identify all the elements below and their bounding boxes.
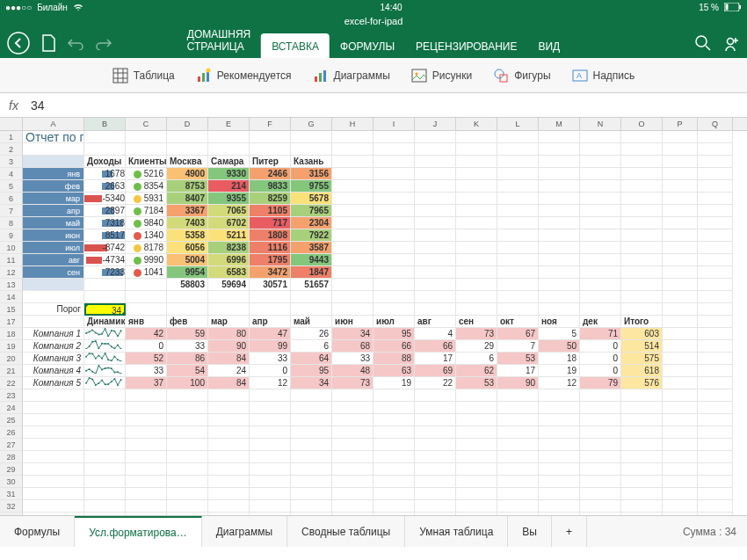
cell[interactable] [84, 131, 126, 143]
cell[interactable] [456, 291, 497, 303]
total-cell[interactable]: 59694 [208, 279, 250, 291]
cell[interactable] [539, 168, 580, 180]
cell[interactable] [167, 414, 208, 426]
cell[interactable] [415, 193, 456, 205]
company-name[interactable]: Компания 1 [23, 328, 84, 340]
cell[interactable] [332, 414, 374, 426]
cell[interactable] [621, 463, 663, 476]
dyn-cell[interactable]: 4 [415, 328, 456, 340]
cell[interactable] [23, 500, 84, 513]
back-button[interactable] [7, 32, 30, 55]
cell[interactable] [415, 291, 456, 303]
cell[interactable] [23, 463, 84, 476]
cell[interactable] [580, 451, 621, 463]
cell[interactable] [291, 488, 332, 500]
cell[interactable] [580, 476, 621, 488]
cell[interactable] [291, 131, 332, 143]
cell[interactable] [698, 168, 733, 180]
cell[interactable] [332, 488, 374, 500]
cell[interactable] [332, 168, 374, 180]
month-label[interactable]: фев [23, 180, 84, 193]
clients-cell[interactable]: 8354 [126, 180, 167, 193]
cell[interactable] [332, 242, 374, 254]
cell[interactable] [291, 303, 332, 316]
cell[interactable] [698, 193, 733, 205]
cell[interactable] [415, 402, 456, 414]
dyn-month-hdr[interactable]: окт [497, 316, 539, 328]
dyn-cell[interactable]: 26 [291, 328, 332, 340]
clients-cell[interactable]: 8178 [126, 242, 167, 254]
cell[interactable] [374, 143, 415, 156]
col-A[interactable]: A [23, 118, 84, 130]
dyn-cell[interactable]: 95 [291, 365, 332, 377]
cell[interactable] [23, 439, 84, 451]
cell[interactable] [456, 513, 497, 515]
income-cell[interactable]: 2663 [84, 180, 126, 193]
cell[interactable] [539, 229, 580, 242]
clients-cell[interactable]: 5216 [126, 168, 167, 180]
cell[interactable] [208, 451, 250, 463]
cell[interactable] [497, 266, 539, 279]
cell[interactable] [698, 377, 733, 389]
total-cell[interactable]: 30571 [250, 279, 291, 291]
income-cell[interactable]: -5340 [84, 193, 126, 205]
cell[interactable] [663, 451, 698, 463]
tab-insert[interactable]: ВСТАВКА [261, 33, 330, 58]
col-E[interactable]: E [208, 118, 250, 130]
cell[interactable] [126, 488, 167, 500]
dyn-total-hdr[interactable]: Итого [621, 316, 663, 328]
clients-cell[interactable]: 9840 [126, 217, 167, 229]
cell[interactable] [621, 488, 663, 500]
row-num[interactable]: 31 [0, 488, 23, 500]
dyn-cell[interactable]: 19 [539, 365, 580, 377]
cell[interactable] [84, 291, 126, 303]
cell[interactable] [456, 168, 497, 180]
cell[interactable] [580, 303, 621, 316]
cell[interactable] [167, 389, 208, 402]
cell[interactable] [126, 500, 167, 513]
cell[interactable] [497, 180, 539, 193]
cell[interactable] [208, 463, 250, 476]
cell[interactable] [374, 389, 415, 402]
cell[interactable] [456, 426, 497, 439]
cell[interactable] [250, 303, 291, 316]
company-name[interactable]: Компания 5 [23, 377, 84, 389]
cell[interactable] [698, 279, 733, 291]
cell[interactable] [580, 254, 621, 266]
cell[interactable] [456, 451, 497, 463]
cell[interactable] [663, 205, 698, 217]
dyn-cell[interactable]: 34 [291, 377, 332, 389]
month-label[interactable]: авг [23, 254, 84, 266]
city-cell[interactable]: 5678 [291, 193, 332, 205]
cell[interactable] [84, 500, 126, 513]
cell[interactable] [698, 365, 733, 377]
cell[interactable] [621, 254, 663, 266]
row-num[interactable]: 23 [0, 389, 23, 402]
dyn-month-hdr[interactable]: июн [332, 316, 374, 328]
cell[interactable] [415, 463, 456, 476]
cell[interactable] [456, 254, 497, 266]
cell[interactable] [291, 414, 332, 426]
cell[interactable] [456, 131, 497, 143]
cell[interactable] [84, 513, 126, 515]
cell[interactable] [374, 229, 415, 242]
cell[interactable] [126, 476, 167, 488]
cell[interactable] [415, 488, 456, 500]
dyn-total[interactable]: 618 [621, 365, 663, 377]
dyn-cell[interactable]: 52 [126, 353, 167, 365]
income-cell[interactable]: -4734 [84, 254, 126, 266]
col-D[interactable]: D [167, 118, 208, 130]
month-label[interactable]: апр [23, 205, 84, 217]
col-N[interactable]: N [580, 118, 621, 130]
cell[interactable] [663, 217, 698, 229]
cell[interactable] [456, 217, 497, 229]
cell[interactable] [497, 488, 539, 500]
cell[interactable] [374, 402, 415, 414]
cell[interactable] [580, 463, 621, 476]
sparkline[interactable] [84, 377, 126, 389]
report-title[interactable]: Отчет по продажам [23, 131, 84, 143]
city-cell[interactable]: 3156 [291, 168, 332, 180]
hdr-clients[interactable]: Клиенты [126, 156, 167, 168]
cell[interactable] [663, 389, 698, 402]
dyn-cell[interactable]: 0 [580, 353, 621, 365]
